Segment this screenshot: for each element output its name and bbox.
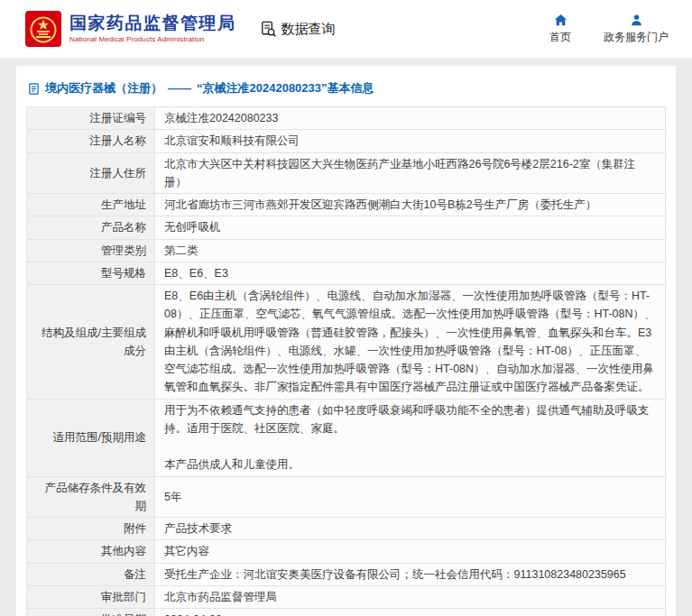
device-info-table: 注册证编号 京械注准20242080233 注册人名称 北京谊安和顺科技有限公司… (26, 106, 666, 616)
row-label: 结构及组成/主要组成成分 (42, 326, 146, 357)
row-value: 用于为不依赖通气支持的患者（如中轻度呼吸衰竭和呼吸功能不全的患者）提供通气辅助及… (164, 404, 650, 472)
table-row: 附件 产品技术要求 (27, 518, 666, 540)
row-value-cell: 河北省廊坊市三河市燕郊开发区迎宾路西侧潮白大街10号B栋2号生产厂房（委托生产） (155, 194, 666, 216)
row-label-cell: 生产地址 (27, 194, 155, 216)
nav-home-label: 首页 (549, 30, 571, 45)
row-label: 注册证编号 (90, 112, 147, 124)
row-value: 受托生产企业：河北谊安奥美医疗设备有限公司；统一社会信用代码：911310823… (164, 568, 626, 581)
row-label: 适用范围/预期用途 (53, 431, 146, 444)
site-title-block: 国家药品监督管理局 National Medical Products Admi… (69, 14, 236, 44)
site-title-en: National Medical Products Administration (69, 36, 236, 44)
table-row: 批准日期 2024-04-28 (27, 609, 666, 616)
row-label: 管理类别 (101, 244, 146, 257)
table-row: 型号规格 E8、E6、E3 (27, 262, 666, 284)
home-icon (554, 14, 567, 27)
row-value-cell: E8、E6、E3 (155, 262, 666, 284)
row-value-cell: 其它内容 (155, 540, 666, 563)
row-value: 产品技术要求 (164, 522, 232, 535)
document-magnifier-icon (260, 21, 277, 38)
row-label-cell: 管理类别 (27, 239, 155, 262)
nav-home[interactable]: 首页 (549, 14, 571, 45)
row-value-cell: 北京谊安和顺科技有限公司 (155, 130, 666, 152)
table-row: 注册证编号 京械注准20242080233 (27, 107, 666, 130)
breadcrumb-separator: —— (168, 81, 191, 95)
row-value: 北京市大兴区中关村科技园区大兴生物医药产业基地小旺西路26号院6号楼2层216-… (164, 158, 635, 188)
table-row: 结构及组成/主要组成成分 E8、E6由主机（含涡轮组件）、电源线、自动加水加湿器… (27, 285, 666, 400)
row-label-cell: 产品名称 (27, 216, 155, 239)
breadcrumb: 境内医疗器械（注册）——“京械注准20242080233”基本信息 (26, 74, 666, 106)
row-value: 北京市药品监督管理局 (164, 591, 277, 603)
row-label-cell: 注册人名称 (27, 130, 155, 152)
table-row: 其他内容 其它内容 (27, 540, 666, 563)
row-value-cell: E8、E6由主机（含涡轮组件）、电源线、自动加水加湿器、一次性使用加热呼吸管路（… (155, 285, 666, 400)
page-content: 境内医疗器械（注册）——“京械注准20242080233”基本信息 注册证编号 … (0, 58, 692, 616)
nav-portal-label: 政务服务门户 (604, 30, 669, 45)
row-value-cell: 无创呼吸机 (155, 216, 666, 239)
table-row: 管理类别 第二类 (27, 239, 666, 262)
site-header: 国家药品监督管理局 National Medical Products Admi… (0, 0, 692, 58)
row-value: 5年 (164, 491, 181, 503)
row-label-cell: 其他内容 (27, 540, 155, 563)
row-label: 附件 (124, 522, 146, 535)
info-table-body: 注册证编号 京械注准20242080233 注册人名称 北京谊安和顺科技有限公司… (27, 107, 666, 616)
data-query-label: 数据查询 (281, 21, 336, 38)
row-label: 型号规格 (101, 267, 146, 280)
row-label: 审批部门 (101, 591, 146, 603)
row-label-cell: 结构及组成/主要组成成分 (27, 285, 155, 400)
row-label-cell: 注册证编号 (27, 107, 155, 130)
row-value: E8、E6、E3 (164, 267, 228, 280)
table-row: 审批部门 北京市药品监督管理局 (27, 585, 666, 608)
row-value: 其它内容 (164, 545, 209, 557)
nmpa-emblem-logo (25, 11, 61, 47)
row-value-cell: 北京市大兴区中关村科技园区大兴生物医药产业基地小旺西路26号院6号楼2层216-… (155, 152, 666, 194)
table-row: 注册人名称 北京谊安和顺科技有限公司 (27, 130, 666, 152)
table-row: 产品储存条件及有效期 5年 (27, 476, 666, 518)
row-value: 无创呼吸机 (164, 221, 221, 234)
row-label-cell: 适用范围/预期用途 (27, 399, 155, 476)
detail-panel: 境内医疗器械（注册）——“京械注准20242080233”基本信息 注册证编号 … (16, 66, 676, 616)
row-label: 产品储存条件及有效期 (45, 482, 147, 512)
nav-portal[interactable]: 政务服务门户 (604, 14, 669, 45)
table-row: 产品名称 无创呼吸机 (27, 216, 666, 239)
row-value-cell: 产品技术要求 (155, 518, 666, 540)
row-label: 生产地址 (101, 198, 146, 211)
row-label: 备注 (124, 568, 146, 581)
row-value-cell: 2024-04-28 (155, 609, 666, 616)
row-value: 第二类 (164, 244, 198, 257)
table-row: 备注 受托生产企业：河北谊安奥美医疗设备有限公司；统一社会信用代码：911310… (27, 563, 666, 585)
row-label-cell: 批准日期 (27, 609, 155, 616)
row-label: 注册人住所 (90, 167, 147, 179)
row-value-cell: 第二类 (155, 239, 666, 262)
row-value: 河北省廊坊市三河市燕郊开发区迎宾路西侧潮白大街10号B栋2号生产厂房（委托生产） (164, 198, 596, 211)
table-row: 生产地址 河北省廊坊市三河市燕郊开发区迎宾路西侧潮白大街10号B栋2号生产厂房（… (27, 194, 666, 216)
table-row: 注册人住所 北京市大兴区中关村科技园区大兴生物医药产业基地小旺西路26号院6号楼… (27, 152, 666, 194)
row-label-cell: 注册人住所 (27, 152, 155, 194)
row-label-cell: 产品储存条件及有效期 (27, 476, 155, 518)
row-value-cell: 京械注准20242080233 (155, 107, 666, 130)
breadcrumb-text: 境内医疗器械（注册）——“京械注准20242080233”基本信息 (45, 80, 374, 97)
page-title: “京械注准20242080233”基本信息 (197, 81, 374, 95)
row-value-cell: 5年 (155, 476, 666, 518)
row-value: E8、E6由主机（含涡轮组件）、电源线、自动加水加湿器、一次性使用加热呼吸管路（… (164, 290, 655, 393)
row-label: 注册人名称 (90, 134, 147, 147)
row-value-cell: 用于为不依赖通气支持的患者（如中轻度呼吸衰竭和呼吸功能不全的患者）提供通气辅助及… (155, 399, 666, 476)
data-query-nav[interactable]: 数据查询 (260, 21, 336, 38)
row-value: 京械注准20242080233 (164, 112, 278, 124)
document-icon (28, 83, 40, 95)
site-title-cn: 国家药品监督管理局 (69, 14, 236, 33)
row-value: 北京谊安和顺科技有限公司 (164, 134, 300, 147)
breadcrumb-section: 境内医疗器械（注册） (45, 81, 162, 95)
row-label-cell: 附件 (27, 518, 155, 540)
row-label: 产品名称 (101, 221, 146, 234)
row-value-cell: 受托生产企业：河北谊安奥美医疗设备有限公司；统一社会信用代码：911310823… (155, 563, 666, 585)
table-row: 适用范围/预期用途 用于为不依赖通气支持的患者（如中轻度呼吸衰竭和呼吸功能不全的… (27, 399, 666, 476)
row-label-cell: 型号规格 (27, 262, 155, 284)
row-label: 其他内容 (101, 545, 146, 557)
user-icon (630, 14, 643, 27)
row-label-cell: 备注 (27, 563, 155, 585)
row-label-cell: 审批部门 (27, 585, 155, 608)
row-value-cell: 北京市药品监督管理局 (155, 585, 666, 608)
